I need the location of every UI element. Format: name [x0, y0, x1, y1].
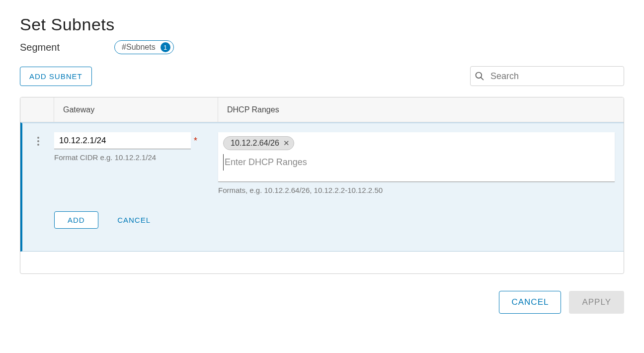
required-indicator: * — [194, 136, 197, 146]
dhcp-range-tag: 10.12.2.64/26 ✕ — [223, 136, 294, 150]
search-icon — [475, 71, 484, 81]
subnet-edit-row: * Format CIDR e.g. 10.12.2.1/24 ADD CANC… — [20, 122, 624, 252]
subnets-count-pill[interactable]: #Subnets 1 — [114, 40, 174, 54]
header-gateway: Gateway — [54, 97, 218, 122]
table-header: Gateway DHCP Ranges — [20, 97, 624, 122]
header-dhcp: DHCP Ranges — [218, 105, 624, 114]
table-empty-space — [20, 252, 624, 273]
set-subnets-modal: Set Subnets Segment #Subnets 1 ADD SUBNE… — [0, 0, 644, 353]
svg-line-1 — [481, 78, 483, 80]
row-add-button[interactable]: ADD — [54, 211, 98, 229]
row-cancel-button[interactable]: CANCEL — [114, 215, 154, 225]
toolbar: ADD SUBNET — [20, 66, 624, 86]
subnets-pill-count: 1 — [161, 42, 170, 52]
row-actions-menu-icon[interactable] — [37, 135, 39, 147]
modal-footer: CANCEL APPLY — [20, 291, 624, 314]
gateway-input[interactable] — [54, 132, 191, 149]
remove-tag-icon[interactable]: ✕ — [283, 139, 290, 148]
apply-button[interactable]: APPLY — [569, 291, 624, 314]
modal-title: Set Subnets — [20, 15, 624, 34]
subnets-table: Gateway DHCP Ranges * Format CIDR e.g. 1… — [20, 97, 624, 274]
dhcp-ranges-field[interactable]: 10.12.2.64/26 ✕ — [218, 132, 615, 182]
header-actions-col — [20, 97, 54, 122]
dhcp-range-tag-label: 10.12.2.64/26 — [231, 139, 279, 148]
subnets-pill-label: #Subnets — [122, 43, 156, 52]
segment-row: Segment #Subnets 1 — [20, 40, 624, 54]
segment-label: Segment — [20, 42, 60, 53]
add-subnet-button[interactable]: ADD SUBNET — [20, 67, 92, 86]
cancel-button[interactable]: CANCEL — [499, 291, 561, 314]
search-box[interactable] — [470, 66, 624, 86]
gateway-hint: Format CIDR e.g. 10.12.2.1/24 — [54, 153, 213, 162]
dhcp-ranges-input[interactable] — [223, 154, 610, 171]
search-input[interactable] — [489, 71, 620, 82]
dhcp-hint: Formats, e.g. 10.12.2.64/26, 10.12.2.2-1… — [218, 186, 615, 194]
